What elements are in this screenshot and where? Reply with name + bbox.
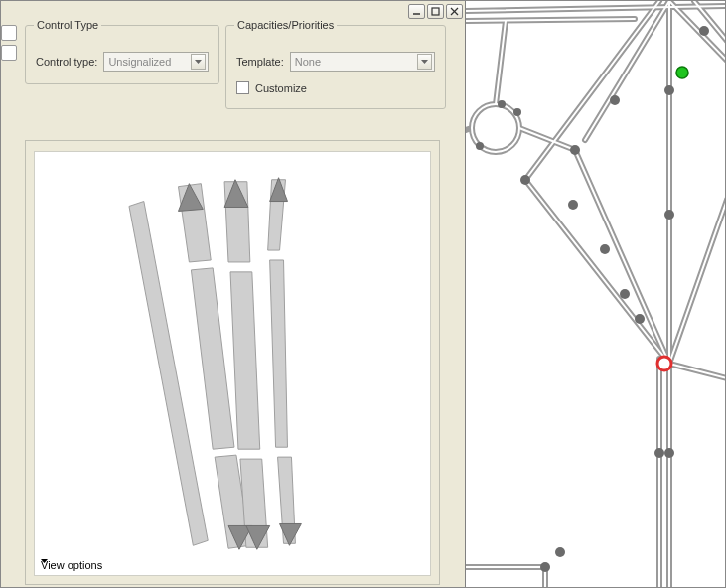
view-options-button[interactable]: View options	[41, 559, 102, 571]
svg-rect-20	[432, 8, 439, 15]
svg-point-7	[568, 200, 578, 210]
svg-point-11	[664, 448, 674, 458]
template-label: Template:	[236, 56, 284, 68]
tool-button-1[interactable]	[1, 25, 17, 41]
selected-node-marker[interactable]	[657, 357, 671, 370]
junction-preview-canvas[interactable]: View options	[34, 151, 431, 576]
svg-point-3	[610, 95, 620, 105]
svg-point-6	[600, 244, 610, 254]
customize-checkbox[interactable]	[236, 81, 249, 94]
chevron-down-icon	[41, 559, 102, 571]
svg-point-9	[635, 314, 645, 324]
control-type-select[interactable]: Unsignalized	[103, 52, 209, 72]
svg-marker-24	[421, 60, 428, 64]
maximize-button[interactable]	[427, 4, 444, 19]
svg-point-17	[476, 142, 484, 150]
control-type-value: Unsignalized	[108, 56, 171, 68]
svg-point-5	[520, 175, 530, 185]
junction-dialog-panel: Control Type Control type: Unsignalized …	[1, 1, 466, 588]
control-type-title: Control Type	[34, 19, 101, 31]
template-select[interactable]: None	[290, 52, 435, 72]
svg-point-2	[664, 85, 674, 95]
svg-point-4	[570, 145, 580, 155]
svg-point-12	[654, 448, 664, 458]
svg-marker-31	[41, 559, 48, 563]
preview-frame: View options	[25, 140, 440, 585]
svg-point-14	[555, 547, 565, 557]
minimize-button[interactable]	[408, 4, 425, 19]
svg-marker-23	[195, 60, 202, 64]
active-node-marker[interactable]	[676, 67, 688, 78]
window-titlebar-buttons	[408, 1, 465, 21]
svg-point-15	[699, 26, 709, 36]
close-button[interactable]	[446, 4, 463, 19]
tool-button-2[interactable]	[1, 45, 17, 61]
capacities-title: Capacities/Priorities	[234, 19, 337, 31]
template-value: None	[295, 56, 321, 68]
left-tool-column	[1, 25, 21, 65]
svg-point-10	[664, 210, 674, 220]
control-type-group: Control Type Control type: Unsignalized	[25, 25, 219, 84]
capacities-priorities-group: Capacities/Priorities Template: None Cus…	[225, 25, 446, 109]
network-map-canvas[interactable]	[466, 1, 726, 588]
control-type-label: Control type:	[36, 56, 97, 68]
chevron-down-icon	[417, 54, 432, 70]
chevron-down-icon	[191, 54, 206, 70]
customize-label: Customize	[255, 82, 307, 94]
svg-point-8	[620, 289, 630, 299]
svg-point-18	[498, 100, 506, 108]
svg-point-13	[540, 562, 550, 572]
svg-point-16	[513, 108, 521, 116]
